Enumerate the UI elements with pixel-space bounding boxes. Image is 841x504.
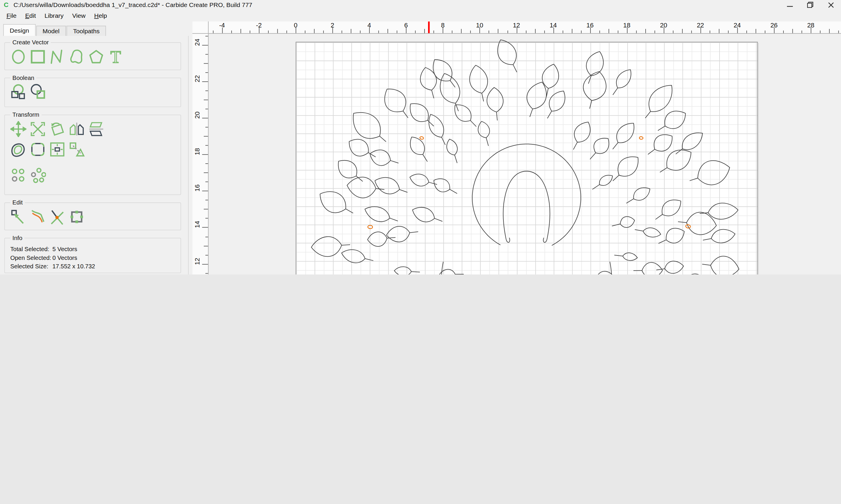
minimize-button[interactable] xyxy=(779,0,800,10)
design-vector[interactable] xyxy=(442,137,445,145)
design-vector[interactable] xyxy=(617,123,634,143)
tab-design[interactable]: Design xyxy=(3,24,36,36)
design-vector[interactable] xyxy=(679,222,687,222)
design-vector[interactable] xyxy=(365,259,373,261)
design-vector[interactable] xyxy=(660,168,667,172)
design-vector[interactable] xyxy=(387,237,395,238)
design-vector[interactable] xyxy=(530,109,532,117)
design-vector[interactable] xyxy=(498,40,516,65)
design-vector[interactable] xyxy=(429,114,444,137)
circle-tool[interactable] xyxy=(10,48,27,65)
design-vector[interactable] xyxy=(342,250,365,263)
design-vector[interactable] xyxy=(654,135,672,151)
tab-model[interactable]: Model xyxy=(36,26,66,36)
tab-toolpaths[interactable]: Toolpaths xyxy=(67,26,106,36)
design-vector[interactable] xyxy=(586,52,604,76)
design-viewport[interactable] xyxy=(208,34,841,274)
menu-library[interactable]: Library xyxy=(40,11,68,20)
design-vector[interactable] xyxy=(676,149,683,154)
design-vector[interactable] xyxy=(380,136,386,142)
design-vector[interactable] xyxy=(356,176,363,181)
design-vector[interactable] xyxy=(613,88,618,95)
design-vector[interactable] xyxy=(486,138,488,146)
design-vector[interactable] xyxy=(432,90,434,98)
design-vector[interactable] xyxy=(616,70,631,88)
design-vector[interactable] xyxy=(600,175,613,185)
design-vector[interactable] xyxy=(420,67,436,90)
design-vector[interactable] xyxy=(656,214,662,219)
resize-tool[interactable] xyxy=(69,208,85,226)
design-vector[interactable] xyxy=(642,263,662,274)
design-vector[interactable] xyxy=(469,65,488,93)
design-vector[interactable] xyxy=(342,245,350,245)
design-vector[interactable] xyxy=(635,230,643,231)
design-vector[interactable] xyxy=(710,256,739,274)
polyline-tool[interactable] xyxy=(49,48,65,65)
design-vector[interactable] xyxy=(428,121,434,126)
design-vector[interactable] xyxy=(455,155,457,163)
design-vector[interactable] xyxy=(442,262,471,274)
selected-vector[interactable] xyxy=(368,225,373,229)
design-vector[interactable] xyxy=(665,111,686,129)
design-vector[interactable] xyxy=(478,121,490,138)
design-vector[interactable] xyxy=(645,111,651,118)
design-vector[interactable] xyxy=(399,190,407,193)
design-vector[interactable] xyxy=(546,88,548,96)
design-vector[interactable] xyxy=(658,126,665,130)
design-vector[interactable] xyxy=(703,238,711,240)
menu-help[interactable]: Help xyxy=(90,11,111,20)
design-vector[interactable] xyxy=(447,139,457,155)
close-button[interactable] xyxy=(821,0,841,10)
selected-vector[interactable] xyxy=(639,137,643,140)
design-vector[interactable] xyxy=(391,160,398,163)
design-vector[interactable] xyxy=(549,91,565,111)
design-vector[interactable] xyxy=(320,192,346,213)
design-vector[interactable] xyxy=(623,253,637,260)
design-vector[interactable] xyxy=(618,157,638,177)
move-tool[interactable] xyxy=(10,121,27,138)
linear-array-tool[interactable] xyxy=(10,166,27,184)
design-vector[interactable] xyxy=(450,189,457,193)
design-vector[interactable] xyxy=(662,200,681,216)
menu-file[interactable]: File xyxy=(2,11,21,20)
design-vector[interactable] xyxy=(711,229,735,243)
polygon-tool[interactable] xyxy=(88,48,105,65)
design-vector[interactable] xyxy=(698,161,730,185)
design-vector[interactable] xyxy=(440,73,460,103)
design-vector[interactable] xyxy=(627,199,634,203)
design-vector[interactable] xyxy=(613,143,618,149)
design-vector[interactable] xyxy=(503,171,550,242)
design-vector[interactable] xyxy=(685,274,707,274)
design-vector[interactable] xyxy=(470,121,476,126)
design-vector[interactable] xyxy=(620,217,635,228)
text-tool[interactable]: T xyxy=(107,48,124,65)
flip-tool[interactable] xyxy=(88,121,105,138)
design-vector[interactable] xyxy=(548,111,552,118)
design-vector[interactable] xyxy=(589,101,591,108)
design-vector[interactable] xyxy=(487,88,503,112)
design-vector[interactable] xyxy=(368,152,375,157)
canvas-area[interactable]: -4-20246810121416182022242628 0246810121… xyxy=(189,21,841,274)
design-vector[interactable] xyxy=(368,232,387,247)
design-vector[interactable] xyxy=(583,71,606,101)
design-vector[interactable] xyxy=(574,122,590,142)
design-vector[interactable] xyxy=(403,111,408,118)
menu-edit[interactable]: Edit xyxy=(21,11,40,20)
design-vector[interactable] xyxy=(413,208,434,222)
design-vector[interactable] xyxy=(346,209,353,213)
design-vector[interactable] xyxy=(594,138,609,154)
curve-tool[interactable] xyxy=(69,48,85,65)
design-vector[interactable] xyxy=(649,86,672,112)
design-vector[interactable] xyxy=(582,262,612,274)
design-vector[interactable] xyxy=(648,149,655,154)
design-vector[interactable] xyxy=(410,104,429,122)
design-vector[interactable] xyxy=(472,144,581,245)
design-vector[interactable] xyxy=(353,112,380,139)
curve-edit-tool[interactable] xyxy=(30,208,46,226)
design-vector[interactable] xyxy=(482,93,484,102)
design-vector[interactable] xyxy=(339,160,357,178)
design-vector[interactable] xyxy=(666,228,684,243)
design-vector[interactable] xyxy=(375,178,399,194)
design-vector[interactable] xyxy=(527,82,546,109)
fillet-tool[interactable] xyxy=(30,141,46,158)
